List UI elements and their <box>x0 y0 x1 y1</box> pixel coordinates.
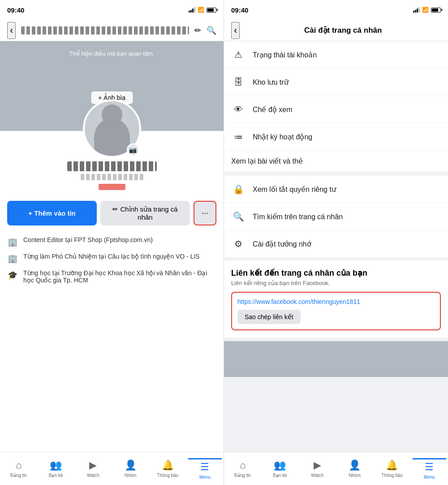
left-battery-icon <box>207 8 216 13</box>
left-nav-label-home: Bảng tin <box>10 473 27 478</box>
avatar-person-shape <box>94 118 130 158</box>
left-nav-item-watch[interactable]: ▶ Watch <box>74 456 112 481</box>
right-status-bar: 09:40 📶 <box>224 0 448 20</box>
settings-item-archive[interactable]: 🗄 Kho lưu trữ <box>224 69 448 96</box>
left-nav-item-notifications[interactable]: 🔔 Thông báo <box>149 456 186 481</box>
avatar-wrapper: 📷 <box>83 100 141 158</box>
left-header: ‹ ✏ 🔍 <box>0 20 224 41</box>
left-nav-item-groups[interactable]: 👤 Nhóm <box>112 456 149 481</box>
bio-item-2: 🎓 Từng học tại Trường Đại học Khoa học X… <box>7 269 216 284</box>
action-buttons: + Thêm vào tin ✏ Chỉnh sửa trang cá nhân… <box>0 195 224 231</box>
settings-label-activity-log: Nhật ký hoạt động <box>253 133 312 141</box>
right-header: ‹ Cài đặt trang cá nhân <box>224 20 448 41</box>
left-status-bar: 09:40 📶 <box>0 0 224 20</box>
right-nav-label-groups: Nhóm <box>349 473 361 478</box>
settings-item-search-profile[interactable]: 🔍 Tìm kiếm trên trang cá nhân <box>224 203 448 230</box>
right-nav-item-watch[interactable]: ▶ Watch <box>299 456 336 481</box>
right-nav-label-friends: Bạn bè <box>273 473 287 478</box>
settings-list: ⚠ Trạng thái tài khoản 🗄 Kho lưu trữ 👁 C… <box>224 41 448 452</box>
profile-name <box>67 161 157 171</box>
left-bottom-nav: ⌂ Bảng tin 👥 Bạn bè ▶ Watch 👤 Nhóm 🔔 Thô… <box>0 452 224 485</box>
profile-info-area <box>0 161 224 195</box>
left-nav-item-friends[interactable]: 👥 Bạn bè <box>37 456 74 481</box>
left-signal-icon <box>189 7 195 13</box>
search-icon[interactable]: 🔍 <box>207 26 216 35</box>
left-wifi-icon: 📶 <box>198 7 204 13</box>
edit-profile-button[interactable]: ✏ Chỉnh sửa trang cá nhân <box>100 201 190 225</box>
edu-icon-2: 🎓 <box>7 270 18 281</box>
archive-icon: 🗄 <box>231 75 246 89</box>
settings-item-memorial[interactable]: ⚙ Cài đặt tưởng nhớ <box>224 230 448 257</box>
bio-item-0: 🏢 Content Editor tại FPT Shop (Fptshop.c… <box>7 236 216 247</box>
right-nav-label-home: Bảng tin <box>234 473 251 478</box>
left-nav-item-home[interactable]: ⌂ Bảng tin <box>0 456 37 481</box>
settings-item-activity-log[interactable]: ≔ Nhật ký hoạt động <box>224 123 448 151</box>
right-battery-icon <box>431 8 441 13</box>
add-story-button[interactable]: + Thêm vào tin <box>7 201 97 225</box>
right-wifi-icon: 📶 <box>422 7 429 13</box>
profile-name-blurred <box>21 26 189 35</box>
profile-sub <box>81 174 143 180</box>
profile-url[interactable]: https://www.facebook.com/thiennguyen1811 <box>237 298 435 305</box>
left-back-button[interactable]: ‹ <box>7 22 16 39</box>
left-panel: 09:40 📶 ‹ ✏ 🔍 Thể hiện điều mà bạn quan … <box>0 0 224 485</box>
left-status-icons: 📶 <box>189 7 216 13</box>
link-section-title: Liên kết đến trang cá nhân của bạn <box>231 268 441 278</box>
right-nav-item-home[interactable]: ⌂ Bảng tin <box>224 456 261 481</box>
right-nav-item-menu[interactable]: ☰ Menu <box>411 455 448 483</box>
settings-group-2: 🔒 Xem lối tắt quyền riêng tư 🔍 Tìm kiếm … <box>224 176 448 257</box>
bio-text-0: Content Editor tại FPT Shop (Fptshop.com… <box>23 236 153 243</box>
right-back-button[interactable]: ‹ <box>231 22 240 39</box>
camera-icon[interactable]: 📷 <box>127 143 139 156</box>
work-icon-1: 🏢 <box>7 253 18 264</box>
memorial-icon: ⚙ <box>231 237 246 251</box>
settings-item-privacy-shortcuts[interactable]: 🔒 Xem lối tắt quyền riêng tư <box>224 176 448 203</box>
more-options-button[interactable]: ··· <box>194 201 216 225</box>
log-icon: ≔ <box>231 130 246 144</box>
profile-red-badge <box>99 184 125 190</box>
copy-link-button[interactable]: Sao chép liên kết <box>237 310 301 324</box>
groups-icon: 👤 <box>125 459 137 471</box>
left-nav-label-groups: Nhóm <box>125 473 137 478</box>
settings-item-view-mode[interactable]: 👁 Chế độ xem <box>224 96 448 123</box>
right-friends-icon: 👥 <box>274 459 286 471</box>
settings-item-review-posts[interactable]: Xem lại bài viết và thẻ <box>224 151 448 172</box>
friends-icon: 👥 <box>50 459 62 471</box>
right-menu-icon: ☰ <box>425 461 434 473</box>
right-nav-item-friends[interactable]: 👥 Bạn bè <box>261 456 298 481</box>
notifications-icon: 🔔 <box>162 459 174 471</box>
right-notifications-icon: 🔔 <box>386 459 398 471</box>
left-status-time: 09:40 <box>7 6 24 14</box>
right-nav-label-watch: Watch <box>311 473 323 478</box>
settings-item-account-status[interactable]: ⚠ Trạng thái tài khoản <box>224 41 448 69</box>
left-nav-label-menu: Menu <box>199 475 211 480</box>
right-nav-label-menu: Menu <box>424 475 435 480</box>
right-nav-item-groups[interactable]: 👤 Nhóm <box>336 456 373 481</box>
right-home-icon: ⌂ <box>240 459 246 471</box>
settings-title: Cài đặt trang cá nhân <box>245 26 441 35</box>
bio-item-1: 🏢 Từng làm Phó Chủ Nhiệm tại Câu lạc bộ … <box>7 253 216 264</box>
link-section: Liên kết đến trang cá nhân của bạn Liên … <box>224 261 448 338</box>
left-nav-label-watch: Watch <box>87 473 99 478</box>
right-nav-active-bar <box>413 458 446 459</box>
left-nav-item-menu[interactable]: ☰ Menu <box>186 455 224 483</box>
settings-label-search-profile: Tìm kiếm trên trang cá nhân <box>253 212 343 221</box>
right-signal-icon <box>413 7 420 13</box>
cover-photo-area: Thể hiện điều mà bạn quan tâm. + Ảnh bìa… <box>0 41 224 131</box>
right-status-time: 09:40 <box>231 6 248 14</box>
watch-icon: ▶ <box>89 459 97 471</box>
eye-icon: 👁 <box>231 102 246 117</box>
settings-label-view-mode: Chế độ xem <box>253 105 292 114</box>
home-icon: ⌂ <box>16 459 22 471</box>
settings-label-privacy: Xem lối tắt quyền riêng tư <box>253 185 336 194</box>
alert-icon: ⚠ <box>231 48 246 62</box>
cover-text: Thể hiện điều mà bạn quan tâm. <box>69 50 154 57</box>
link-section-subtitle: Liên kết riêng của bạn trên Facebook. <box>231 280 441 286</box>
search-profile-icon: 🔍 <box>231 209 246 224</box>
bio-text-2: Từng học tại Trường Đại học Khoa học Xã … <box>23 269 216 284</box>
right-bottom-nav: ⌂ Bảng tin 👥 Bạn bè ▶ Watch 👤 Nhóm 🔔 Thô… <box>224 452 448 485</box>
right-nav-label-notifications: Thông báo <box>381 473 403 478</box>
right-panel: 09:40 📶 ‹ Cài đặt trang cá nhân ⚠ Trạng … <box>224 0 448 485</box>
right-nav-item-notifications[interactable]: 🔔 Thông báo <box>373 456 410 481</box>
edit-icon[interactable]: ✏ <box>194 26 201 35</box>
